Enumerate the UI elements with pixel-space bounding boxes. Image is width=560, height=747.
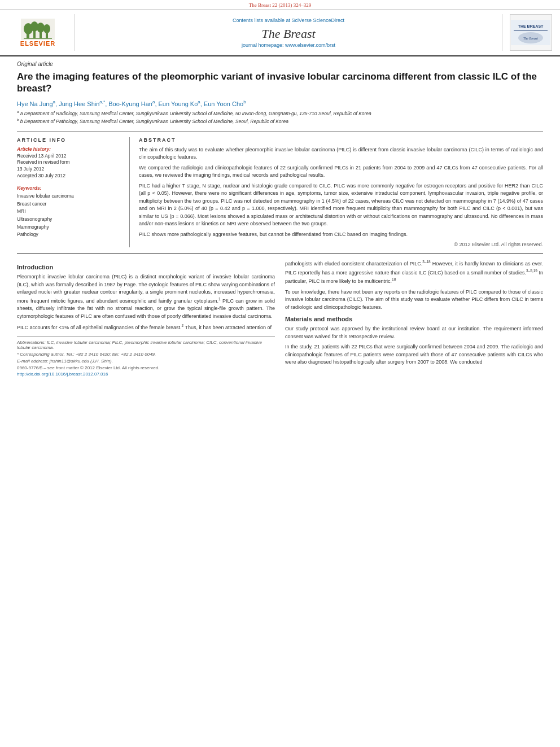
methods-p2: In the study, 21 patients with 22 PILCs … xyxy=(285,343,543,366)
svg-rect-5 xyxy=(40,32,42,38)
affil-a-3: a xyxy=(152,99,155,104)
affil-b-1: b xyxy=(243,99,246,104)
author-cho: Eun Yoon Cho xyxy=(204,100,243,107)
corresponding-text: * Corresponding author. Tel.: +82 2 3410… xyxy=(17,352,156,357)
svg-point-6 xyxy=(37,23,45,33)
svg-rect-3 xyxy=(33,31,36,38)
breast-logo-box: THE BREAST The Breast xyxy=(510,14,552,51)
svg-point-8 xyxy=(43,24,50,33)
journal-title-area: Contents lists available at SciVerse Sci… xyxy=(75,14,502,51)
revised-label: Received in revised form xyxy=(17,159,123,166)
breast-logo-area: THE BREAST The Breast xyxy=(508,14,553,51)
article-info-label: ARTICLE INFO xyxy=(17,137,123,143)
email-text: E-mail address: jhshin11@skku.edu (J.H. … xyxy=(17,359,113,364)
received-date: Received 13 April 2012 xyxy=(17,153,123,160)
methods-p1: Our study protocol was approved by the i… xyxy=(285,325,543,340)
elsevier-label: ELSEVIER xyxy=(20,40,55,47)
article-type: Original article xyxy=(17,61,543,67)
keywords-label: Keywords: xyxy=(17,185,123,191)
publisher-logo-area: ELSEVIER xyxy=(7,14,69,51)
svg-text:THE BREAST: THE BREAST xyxy=(518,24,544,28)
doi-text[interactable]: http://dx.doi.org/10.1016/j.breast.2012.… xyxy=(17,372,108,377)
kw-3: MRI xyxy=(17,208,123,216)
author-han: Boo-Kyung Han xyxy=(108,100,152,107)
kw-2: Breast cancer xyxy=(17,200,123,208)
author-shin: Jung Hee Shin xyxy=(59,100,99,107)
abstract-p3: PILC had a higher T stage, N stage, nucl… xyxy=(139,182,543,228)
body-right-col: pathologists with eluded consistent char… xyxy=(285,259,543,377)
corresponding-note: * Corresponding author. Tel.: +82 2 3410… xyxy=(17,352,275,357)
body-section: Introduction Pleomorphic invasive lobula… xyxy=(17,253,543,377)
elsevier-logo: ELSEVIER xyxy=(12,17,63,48)
history-label: Article history: xyxy=(17,146,123,152)
footer-doi: http://dx.doi.org/10.1016/j.breast.2012.… xyxy=(17,372,275,377)
intro-right-text: pathologists with eluded consistent char… xyxy=(285,259,543,311)
journal-title: The Breast xyxy=(261,27,315,41)
affiliation-b: b b Department of Pathology, Samsung Med… xyxy=(17,117,543,125)
abstract-text: The aim of this study was to evaluate wh… xyxy=(139,146,543,239)
article-info-abstract-section: ARTICLE INFO Article history: Received 1… xyxy=(17,131,543,248)
abstract-p2: We compared the radiologic and clinicopa… xyxy=(139,164,543,180)
affil-a-4: a xyxy=(198,99,200,104)
article-info-col: ARTICLE INFO Article history: Received 1… xyxy=(17,137,130,248)
intro-right-p1: pathologists with eluded consistent char… xyxy=(285,259,543,286)
page-wrapper: The Breast 22 (2013) 324–329 EL xyxy=(0,0,560,382)
intro-right-p2: To our knowledge, there have not been an… xyxy=(285,289,543,312)
article-title: Are the imaging features of the pleomorp… xyxy=(17,71,543,95)
intro-p2: PILC accounts for <1% of all epithelial … xyxy=(17,323,275,332)
author-hye: Hye Na Jung xyxy=(17,100,53,107)
affil-a-2: a,* xyxy=(99,99,105,104)
breast-logo-image: THE BREAST The Breast xyxy=(511,20,550,45)
sciverse-link-text[interactable]: SciVerse ScienceDirect xyxy=(292,18,345,23)
keywords-section: Keywords: Invasive lobular carcinoma Bre… xyxy=(17,185,123,239)
email-note: E-mail address: jhshin11@skku.edu (J.H. … xyxy=(17,359,275,364)
journal-reference: The Breast 22 (2013) 324–329 xyxy=(249,2,311,8)
body-two-col: Introduction Pleomorphic invasive lobula… xyxy=(17,259,543,377)
copyright-line: © 2012 Elsevier Ltd. All rights reserved… xyxy=(139,242,543,247)
journal-homepage: journal homepage: www.elsevier.com/brst xyxy=(242,42,335,48)
journal-header: ELSEVIER Contents lists available at Sci… xyxy=(0,10,560,56)
sciverse-prefix: Contents lists available at xyxy=(233,18,292,23)
abstract-label: ABSTRACT xyxy=(139,137,543,143)
abstract-p1: The aim of this study was to evaluate wh… xyxy=(139,146,543,161)
svg-rect-7 xyxy=(46,33,48,38)
methods-heading: Materials and methods xyxy=(285,316,543,322)
sciverse-text: Contents lists available at SciVerse Sci… xyxy=(233,18,344,23)
elsevier-tree-icon xyxy=(21,19,55,40)
main-content: Original article Are the imaging feature… xyxy=(0,56,560,382)
authors-line: Hye Na Junga, Jung Hee Shina,*, Boo-Kyun… xyxy=(17,99,543,107)
accepted-date: Accepted 30 July 2012 xyxy=(17,173,123,180)
methods-text: Our study protocol was approved by the i… xyxy=(285,325,543,366)
kw-5: Mammography xyxy=(17,224,123,231)
issn-text: 0960-9776/$ – see front matter © 2012 El… xyxy=(17,365,159,370)
revised-date: 13 July 2012 xyxy=(17,166,123,173)
footer-copyright: 0960-9776/$ – see front matter © 2012 El… xyxy=(17,365,275,370)
abbreviations-note: Abbreviations: ILC, invasive lobular car… xyxy=(17,340,275,350)
article-history: Article history: Received 13 April 2012 … xyxy=(17,146,123,180)
author-ko: Eun Young Ko xyxy=(159,100,198,107)
affil-a-1: a xyxy=(53,99,55,104)
body-left-col: Introduction Pleomorphic invasive lobula… xyxy=(17,259,275,377)
abstract-col: ABSTRACT The aim of this study was to ev… xyxy=(139,137,543,248)
intro-p1: Pleomorphic invasive lobular carcinoma (… xyxy=(17,273,275,320)
journal-reference-bar: The Breast 22 (2013) 324–329 xyxy=(0,0,560,10)
intro-heading: Introduction xyxy=(17,264,275,270)
svg-text:The Breast: The Breast xyxy=(523,37,538,40)
abbreviations-text: Abbreviations: ILC, invasive lobular car… xyxy=(17,340,262,350)
affiliation-a: a a Department of Radiology, Samsung Med… xyxy=(17,110,543,117)
intro-text: Pleomorphic invasive lobular carcinoma (… xyxy=(17,273,275,332)
affiliations: a a Department of Radiology, Samsung Med… xyxy=(17,110,543,125)
abstract-p4: PILC shows more pathologically aggressiv… xyxy=(139,231,543,239)
kw-6: Pathology xyxy=(17,231,123,239)
kw-1: Invasive lobular carcinoma xyxy=(17,193,123,200)
svg-rect-12 xyxy=(514,30,548,30)
kw-4: Ultrasonography xyxy=(17,216,123,224)
footnotes-section: Abbreviations: ILC, invasive lobular car… xyxy=(17,337,275,377)
